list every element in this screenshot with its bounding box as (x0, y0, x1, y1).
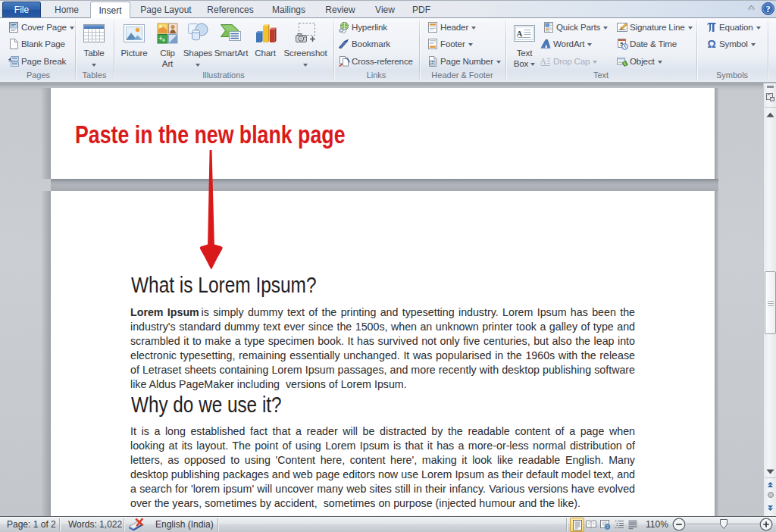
svg-text:?: ? (765, 4, 770, 14)
svg-text:Ω: Ω (707, 38, 715, 50)
svg-text:A: A (517, 29, 523, 38)
svg-text:A: A (540, 56, 546, 67)
svg-text:#: # (431, 60, 434, 65)
